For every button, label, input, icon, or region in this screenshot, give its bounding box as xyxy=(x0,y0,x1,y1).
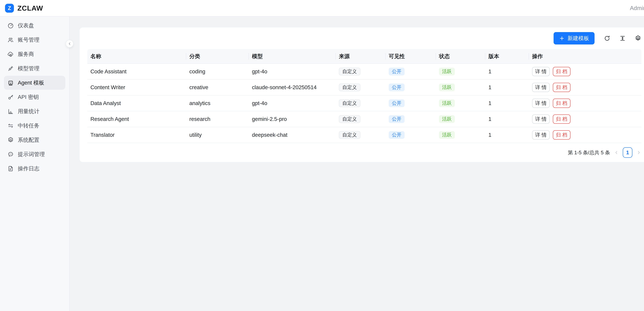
sidebar: 仪表盘 账号管理 服务商 模型管理 Agent 模板 API 密钥 xyxy=(0,17,70,311)
cell-category: analytics xyxy=(186,96,249,111)
pagination-page-1[interactable]: 1 xyxy=(623,147,632,158)
column-header-source: 来源 xyxy=(336,49,386,64)
visibility-badge: 公开 xyxy=(389,131,404,139)
column-header-visibility: 可见性 xyxy=(386,49,436,64)
cell-name: Research Agent xyxy=(87,111,186,127)
source-badge: 自定义 xyxy=(339,99,360,107)
visibility-badge: 公开 xyxy=(389,115,404,123)
cell-model: claude-sonnet-4-20250514 xyxy=(249,80,336,96)
table-header-row: 名称 分类 模型 来源 可见性 状态 版本 操作 xyxy=(87,49,642,64)
status-badge: 活跃 xyxy=(439,131,455,139)
main-content: 新建模板 名称 分类 模型 xyxy=(70,17,644,311)
cell-version: 1 xyxy=(485,80,529,96)
app-root: Z ZCLAW Admin 仪表盘 账号管理 服务商 模型管理 xyxy=(0,0,644,311)
detail-button[interactable]: 详 情 xyxy=(532,67,550,76)
sidebar-item-label: 账号管理 xyxy=(18,36,40,44)
new-template-button[interactable]: 新建模板 xyxy=(554,32,594,45)
settings-icon[interactable] xyxy=(635,35,641,42)
cell-name: Translator xyxy=(87,127,186,143)
archive-button[interactable]: 归 档 xyxy=(553,114,570,124)
refresh-icon[interactable] xyxy=(604,35,610,42)
cell-category: coding xyxy=(186,64,249,80)
pagination-next-icon[interactable] xyxy=(636,150,641,155)
sidebar-item-label: 服务商 xyxy=(18,51,34,58)
file-icon xyxy=(7,165,14,172)
column-header-status: 状态 xyxy=(436,49,485,64)
column-header-model: 模型 xyxy=(249,49,336,64)
pagination-prev-icon[interactable] xyxy=(614,150,619,155)
cell-version: 1 xyxy=(485,127,529,143)
sidebar-collapse-button[interactable] xyxy=(66,40,74,48)
sidebar-item-label: 操作日志 xyxy=(18,165,40,172)
detail-button[interactable]: 详 情 xyxy=(532,99,550,108)
sidebar-item-operation-logs[interactable]: 操作日志 xyxy=(4,162,65,176)
users-icon xyxy=(7,37,14,43)
status-badge: 活跃 xyxy=(439,84,455,91)
key-icon xyxy=(7,94,14,100)
archive-button[interactable]: 归 档 xyxy=(553,130,570,140)
gear-icon xyxy=(7,137,14,143)
archive-button[interactable]: 归 档 xyxy=(553,67,570,76)
column-header-name: 名称 xyxy=(87,49,186,64)
cell-category: research xyxy=(186,111,249,127)
sidebar-item-relay-tasks[interactable]: 中转任务 xyxy=(4,119,65,133)
sidebar-item-label: 仪表盘 xyxy=(18,22,34,29)
column-header-actions: 操作 xyxy=(529,49,642,64)
sidebar-item-providers[interactable]: 服务商 xyxy=(4,47,65,61)
cell-version: 1 xyxy=(485,111,529,127)
cell-version: 1 xyxy=(485,64,529,80)
archive-button[interactable]: 归 档 xyxy=(553,83,570,92)
brand-logo-icon: Z xyxy=(5,4,14,13)
cell-model: gpt-4o xyxy=(249,96,336,111)
detail-button[interactable]: 详 情 xyxy=(532,83,550,92)
sidebar-item-label: Agent 模板 xyxy=(18,79,44,86)
brand: Z ZCLAW xyxy=(5,4,43,13)
status-badge: 活跃 xyxy=(439,99,455,107)
sidebar-item-accounts[interactable]: 账号管理 xyxy=(4,33,65,47)
sidebar-item-prompt-management[interactable]: 提示词管理 xyxy=(4,147,65,161)
sidebar-item-label: 中转任务 xyxy=(18,122,40,129)
sidebar-item-api-keys[interactable]: API 密钥 xyxy=(4,90,65,104)
detail-button[interactable]: 详 情 xyxy=(532,130,550,140)
plug-icon xyxy=(7,65,14,72)
sidebar-item-label: 模型管理 xyxy=(18,65,40,72)
table-row: Research Agent research gemini-2.5-pro 自… xyxy=(87,111,642,127)
source-badge: 自定义 xyxy=(339,131,360,139)
sidebar-item-usage-stats[interactable]: 用量统计 xyxy=(4,104,65,118)
sidebar-item-label: 提示词管理 xyxy=(18,151,45,158)
status-badge: 活跃 xyxy=(439,115,455,123)
sidebar-item-models[interactable]: 模型管理 xyxy=(4,62,65,75)
table-row: Data Analyst analytics gpt-4o 自定义 公开 活跃 … xyxy=(87,96,642,111)
pagination: 第 1-5 条/总共 5 条 1 xyxy=(87,143,641,162)
top-bar: Z ZCLAW Admin xyxy=(0,0,644,17)
brand-name: ZCLAW xyxy=(18,4,43,12)
pagination-summary: 第 1-5 条/总共 5 条 xyxy=(568,149,610,156)
swap-icon xyxy=(7,122,14,129)
detail-button[interactable]: 详 情 xyxy=(532,114,550,124)
chevron-left-icon xyxy=(68,42,72,46)
source-badge: 自定义 xyxy=(339,68,360,75)
cell-name: Content Writer xyxy=(87,80,186,96)
archive-button[interactable]: 归 档 xyxy=(553,99,570,108)
visibility-badge: 公开 xyxy=(389,99,404,107)
cell-name: Data Analyst xyxy=(87,96,186,111)
cloud-server-icon xyxy=(7,51,14,58)
bar-chart-icon xyxy=(7,108,14,115)
row-height-icon[interactable] xyxy=(619,35,626,42)
source-badge: 自定义 xyxy=(339,84,360,91)
sidebar-item-dashboard[interactable]: 仪表盘 xyxy=(4,19,65,33)
cell-model: gemini-2.5-pro xyxy=(249,111,336,127)
sidebar-item-label: 系统配置 xyxy=(18,136,40,144)
cell-category: utility xyxy=(186,127,249,143)
admin-user-menu[interactable]: Admin xyxy=(630,5,644,12)
table-row: Content Writer creative claude-sonnet-4-… xyxy=(87,80,642,96)
sidebar-item-label: API 密钥 xyxy=(18,93,39,101)
sidebar-item-agent-templates[interactable]: Agent 模板 xyxy=(4,76,65,90)
cell-name: Code Assistant xyxy=(87,64,186,80)
column-header-version: 版本 xyxy=(485,49,529,64)
table-row: Translator utility deepseek-chat 自定义 公开 … xyxy=(87,127,642,143)
cell-model: deepseek-chat xyxy=(249,127,336,143)
cell-category: creative xyxy=(186,80,249,96)
robot-icon xyxy=(7,80,14,86)
sidebar-item-system-config[interactable]: 系统配置 xyxy=(4,133,65,147)
